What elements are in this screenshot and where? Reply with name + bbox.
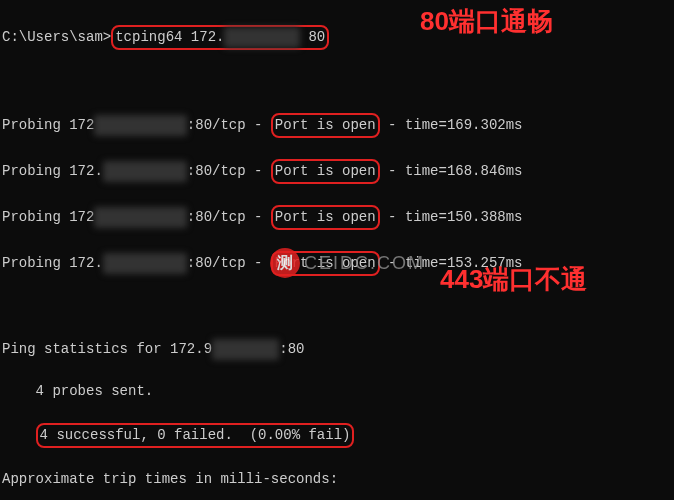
- annotation-port80-open: 80端口通畅: [420, 2, 553, 41]
- stats-approx: Approximate trip times in milli-seconds:: [2, 469, 672, 490]
- stats-header: Ping statistics for 172.9XXXXXXXX:80: [2, 339, 672, 360]
- probe-line: Probing 172XXXXXXXXXXX:80/tcp - Port is …: [2, 113, 672, 138]
- highlight-status-open: Port is open: [271, 251, 380, 276]
- probe-line: Probing 172XXXXXXXXXXX:80/tcp - Port is …: [2, 205, 672, 230]
- highlight-status-open: Port is open: [271, 159, 380, 184]
- annotation-port443-closed: 443端口不通: [440, 260, 587, 299]
- highlight-success-80: 4 successful, 0 failed. (0.00% fail): [36, 423, 355, 448]
- highlight-status-open: Port is open: [271, 113, 380, 138]
- highlight-command-1: tcping64 172.XXXXXXXXX 80: [111, 25, 329, 50]
- highlight-status-open: Port is open: [271, 205, 380, 230]
- stats-sent: 4 probes sent.: [2, 381, 672, 402]
- stats-result: 4 successful, 0 failed. (0.00% fail): [2, 423, 672, 448]
- command-line-1: C:\Users\sam>tcping64 172.XXXXXXXXX 80: [2, 25, 672, 50]
- probe-line: Probing 172.XXXXXXXXXX:80/tcp - Port is …: [2, 159, 672, 184]
- terminal-output: C:\Users\sam>tcping64 172.XXXXXXXXX 80 P…: [0, 0, 674, 500]
